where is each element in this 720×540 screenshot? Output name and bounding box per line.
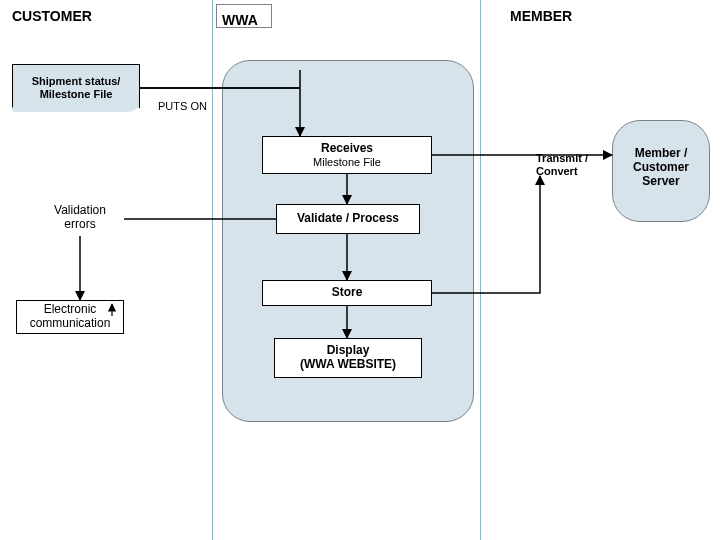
shipment-doc-line1: Shipment status/ — [32, 75, 121, 88]
node-store: Store — [262, 280, 432, 306]
wwa-header-box — [216, 4, 272, 28]
lane-header-member: MEMBER — [510, 8, 572, 24]
receives-line2: Milestone File — [313, 156, 381, 169]
node-display: Display (WWA WEBSITE) — [274, 338, 422, 378]
elec-comm-line2: communication — [30, 317, 111, 331]
validation-errors-line2: errors — [64, 218, 95, 232]
node-receives: Receives Milestone File — [262, 136, 432, 174]
node-elec-comm: Electronic communication — [16, 300, 124, 334]
label-puts-on: PUTS ON — [158, 100, 207, 112]
node-member-server: Member / Customer Server — [624, 140, 698, 196]
diagram-stage: CUSTOMER WWA MEMBER Shipment status/ Mil… — [0, 0, 720, 540]
lane-divider-2 — [480, 0, 481, 540]
elec-comm-line1: Electronic — [44, 303, 97, 317]
transmit-line2: Convert — [536, 165, 606, 178]
member-server-line3: Server — [642, 175, 679, 189]
transmit-line1: Transmit / — [536, 152, 606, 165]
node-shipment-doc: Shipment status/ Milestone File — [12, 64, 140, 112]
receives-line1: Receives — [321, 142, 373, 156]
display-line1: Display — [327, 344, 370, 358]
display-line2: (WWA WEBSITE) — [300, 358, 396, 372]
validation-errors-line1: Validation — [54, 204, 106, 218]
member-server-line2: Customer — [633, 161, 689, 175]
shipment-doc-line2: Milestone File — [32, 88, 121, 101]
member-server-line1: Member / — [635, 147, 688, 161]
lane-divider-1 — [212, 0, 213, 540]
lane-header-customer: CUSTOMER — [12, 8, 92, 24]
label-transmit: Transmit / Convert — [536, 152, 606, 177]
node-validation-errors: Validation errors — [38, 200, 122, 236]
node-validate: Validate / Process — [276, 204, 420, 234]
